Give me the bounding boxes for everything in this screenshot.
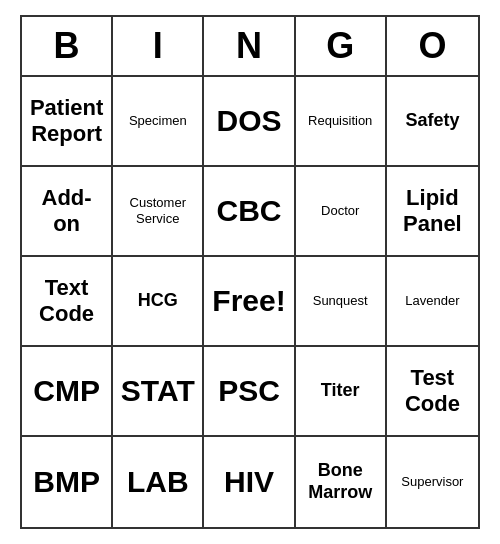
bingo-grid: PatientReportSpecimenDOSRequisitionSafet…: [22, 77, 478, 527]
bingo-cell: CMP: [22, 347, 113, 437]
bingo-cell: TextCode: [22, 257, 113, 347]
bingo-cell: Add-on: [22, 167, 113, 257]
bingo-header: BINGO: [22, 17, 478, 77]
bingo-cell: TestCode: [387, 347, 478, 437]
bingo-cell: Requisition: [296, 77, 387, 167]
bingo-cell: Titer: [296, 347, 387, 437]
header-letter: G: [296, 17, 387, 75]
bingo-cell: BoneMarrow: [296, 437, 387, 527]
bingo-card: BINGO PatientReportSpecimenDOSRequisitio…: [20, 15, 480, 529]
bingo-cell: BMP: [22, 437, 113, 527]
header-letter: O: [387, 17, 478, 75]
bingo-cell: CustomerService: [113, 167, 204, 257]
bingo-cell: CBC: [204, 167, 295, 257]
bingo-cell: PSC: [204, 347, 295, 437]
bingo-cell: Specimen: [113, 77, 204, 167]
header-letter: I: [113, 17, 204, 75]
bingo-cell: Sunquest: [296, 257, 387, 347]
bingo-cell: DOS: [204, 77, 295, 167]
bingo-cell: HCG: [113, 257, 204, 347]
bingo-cell: PatientReport: [22, 77, 113, 167]
bingo-cell: Doctor: [296, 167, 387, 257]
bingo-cell: STAT: [113, 347, 204, 437]
bingo-cell: Supervisor: [387, 437, 478, 527]
bingo-cell: Safety: [387, 77, 478, 167]
bingo-cell: HIV: [204, 437, 295, 527]
header-letter: B: [22, 17, 113, 75]
bingo-cell: Free!: [204, 257, 295, 347]
bingo-cell: LipidPanel: [387, 167, 478, 257]
header-letter: N: [204, 17, 295, 75]
bingo-cell: LAB: [113, 437, 204, 527]
bingo-cell: Lavender: [387, 257, 478, 347]
